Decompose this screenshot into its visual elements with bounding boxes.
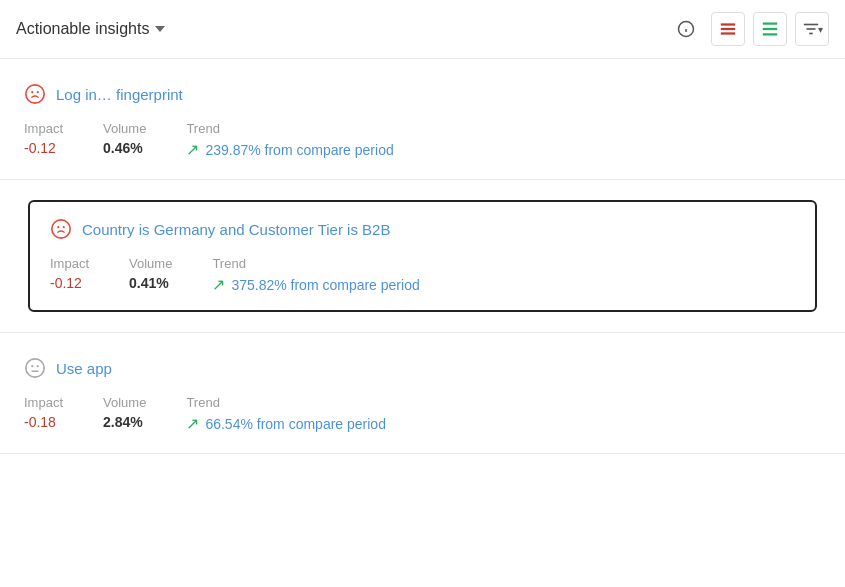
header-left: Actionable insights [16,20,165,38]
spaced-list-button[interactable] [753,12,787,46]
volume-value-1: 0.46% [103,140,146,156]
impact-value-3: -0.18 [24,414,63,430]
chevron-down-icon[interactable] [155,26,165,32]
volume-metric-3: Volume 2.84% [103,395,146,430]
trend-metric-3: Trend ↗ 66.54% from compare period [186,395,386,433]
trend-arrow-icon-1: ↗ [186,140,199,159]
volume-value-3: 2.84% [103,414,146,430]
trend-arrow-icon-3: ↗ [186,414,199,433]
insight-title-3[interactable]: Use app [56,360,112,377]
svg-point-15 [52,220,70,238]
trend-value-row-2: ↗ 375.82% from compare period [212,275,419,294]
trend-text-1: 239.87% from compare period [205,142,393,158]
sad-icon-2 [50,218,72,240]
dense-list-button[interactable] [711,12,745,46]
svg-point-14 [37,91,39,93]
insight-card-1: Log in… fingerprint Impact -0.12 Volume … [0,59,845,180]
trend-text-2: 375.82% from compare period [231,277,419,293]
volume-value-2: 0.41% [129,275,172,291]
trend-label-2: Trend [212,256,419,271]
impact-value-1: -0.12 [24,140,63,156]
insight-title-row-3: Use app [24,357,821,379]
trend-label-1: Trend [186,121,393,136]
volume-metric-2: Volume 0.41% [129,256,172,291]
neutral-icon-3 [24,357,46,379]
impact-metric-2: Impact -0.12 [50,256,89,291]
metrics-row-2: Impact -0.12 Volume 0.41% Trend ↗ 375.82… [50,256,795,294]
trend-text-3: 66.54% from compare period [205,416,386,432]
insight-card-3: Use app Impact -0.18 Volume 2.84% Trend … [0,332,845,454]
volume-metric-1: Volume 0.46% [103,121,146,156]
impact-label-1: Impact [24,121,63,136]
impact-label-2: Impact [50,256,89,271]
header-icons: ▾ [669,12,829,46]
impact-metric-1: Impact -0.12 [24,121,63,156]
volume-label-3: Volume [103,395,146,410]
insight-title-2[interactable]: Country is Germany and Customer Tier is … [82,221,390,238]
filter-chevron-icon: ▾ [818,24,823,35]
page-title: Actionable insights [16,20,149,38]
trend-arrow-icon-2: ↗ [212,275,225,294]
insight-card-2: Country is Germany and Customer Tier is … [28,200,817,312]
svg-point-20 [37,365,39,367]
info-button[interactable] [669,12,703,46]
svg-point-13 [31,91,33,93]
volume-label-2: Volume [129,256,172,271]
impact-label-3: Impact [24,395,63,410]
svg-point-12 [26,85,44,103]
svg-point-18 [26,359,44,377]
content-area: Log in… fingerprint Impact -0.12 Volume … [0,59,845,587]
impact-value-2: -0.12 [50,275,89,291]
sad-icon-1 [24,83,46,105]
trend-label-3: Trend [186,395,386,410]
insight-title-row-1: Log in… fingerprint [24,83,821,105]
metrics-row-1: Impact -0.12 Volume 0.46% Trend ↗ 239.87… [24,121,821,159]
metrics-row-3: Impact -0.18 Volume 2.84% Trend ↗ 66.54%… [24,395,821,433]
filter-button[interactable]: ▾ [795,12,829,46]
trend-value-row-3: ↗ 66.54% from compare period [186,414,386,433]
svg-point-17 [63,226,65,228]
trend-metric-2: Trend ↗ 375.82% from compare period [212,256,419,294]
insight-title-1[interactable]: Log in… fingerprint [56,86,183,103]
impact-metric-3: Impact -0.18 [24,395,63,430]
header: Actionable insights [0,0,845,59]
trend-value-row-1: ↗ 239.87% from compare period [186,140,393,159]
trend-metric-1: Trend ↗ 239.87% from compare period [186,121,393,159]
svg-point-19 [31,365,33,367]
insight-title-row-2: Country is Germany and Customer Tier is … [50,218,795,240]
svg-point-16 [57,226,59,228]
volume-label-1: Volume [103,121,146,136]
